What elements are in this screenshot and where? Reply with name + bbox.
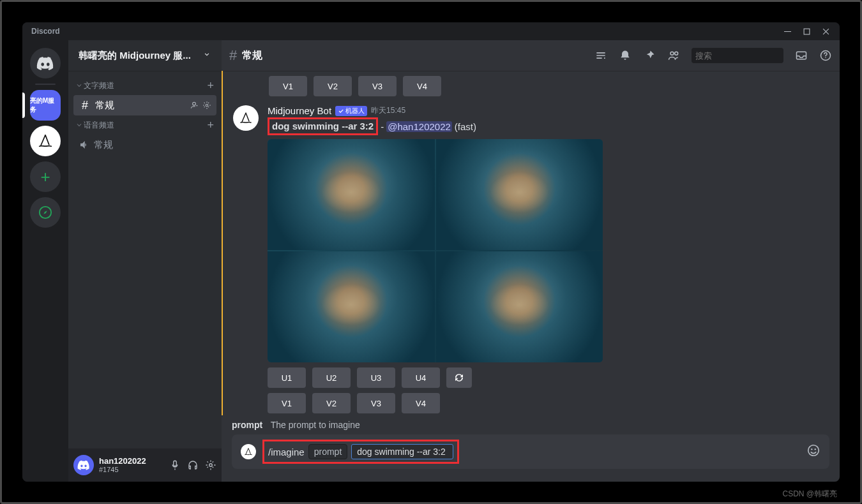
param-pill: prompt (308, 444, 348, 459)
server-rail: 亮的M服务 + (22, 40, 68, 482)
server-icon-midjourney[interactable] (30, 126, 61, 156)
v4-button[interactable]: V4 (402, 393, 440, 413)
u4-button[interactable]: U4 (402, 367, 440, 388)
threads-icon[interactable] (594, 49, 607, 62)
message-list[interactable]: V1 V2 V3 V4 Midjourney Bot 机器人 昨天15:45 d… (222, 71, 840, 415)
server-header[interactable]: 韩曙亮的 Midjourney 服... (68, 40, 222, 71)
chevron-down-icon (202, 50, 211, 61)
v1-button[interactable]: V1 (268, 393, 306, 413)
refresh-icon (453, 372, 465, 383)
slash-command: /imagine (268, 447, 305, 457)
image-cell-4 (436, 251, 603, 362)
inbox-icon[interactable] (795, 49, 808, 62)
hash-icon: # (229, 47, 237, 64)
prompt-input[interactable]: dog swimming --ar 3:2 (351, 444, 453, 459)
image-cell-3 (268, 251, 435, 362)
add-channel-button[interactable]: + (207, 80, 214, 91)
reroll-button[interactable] (446, 367, 472, 388)
discord-home-button[interactable] (30, 48, 61, 78)
explore-servers-button[interactable] (30, 197, 61, 228)
u2-button[interactable]: U2 (312, 367, 351, 388)
member-list-icon[interactable] (667, 49, 680, 62)
smiley-icon (806, 443, 820, 457)
discord-logo-icon (36, 54, 54, 72)
server-name: 韩曙亮的 Midjourney 服... (79, 50, 202, 62)
check-icon (338, 108, 344, 114)
prompt-line: dog swimming --ar 3:2 - @han1202022 (fas… (268, 117, 829, 135)
chevron-down-icon (76, 82, 82, 89)
svg-point-8 (811, 448, 812, 450)
rail-separator (35, 84, 56, 85)
category-voice[interactable]: 语音频道 + (73, 115, 216, 135)
command-app-avatar (241, 444, 256, 459)
titlebar: Discord (22, 22, 840, 40)
discord-window: { "titlebar": { "app_name": "Discord" },… (22, 22, 840, 482)
timestamp: 昨天15:45 (371, 105, 405, 116)
u3-button[interactable]: U3 (357, 367, 395, 388)
watermark: CSDN @韩曙亮 (782, 489, 837, 500)
midjourney-sail-icon (36, 132, 54, 150)
svg-rect-5 (797, 52, 806, 59)
variation-buttons-prev: V1 V2 V3 V4 (223, 76, 829, 96)
pinned-messages-icon[interactable] (643, 49, 656, 62)
v2-button[interactable]: V2 (312, 393, 351, 413)
gear-icon[interactable] (202, 101, 211, 110)
deafen-headphones-icon[interactable] (187, 459, 199, 471)
image-cell-1 (268, 139, 435, 250)
close-button[interactable] (817, 24, 835, 38)
v3-button[interactable]: V3 (357, 393, 395, 413)
svg-point-3 (209, 464, 213, 467)
maximize-button[interactable] (798, 24, 815, 38)
channel-title: 常规 (242, 49, 589, 63)
bot-name[interactable]: Midjourney Bot (268, 105, 331, 116)
generated-image-grid[interactable] (268, 139, 603, 362)
svg-rect-0 (804, 29, 810, 34)
invite-icon[interactable] (190, 101, 199, 110)
mention[interactable]: @han1202022 (386, 121, 452, 132)
v2-button[interactable]: V2 (314, 76, 352, 96)
user-panel: han1202022 #1745 (68, 448, 222, 482)
user-avatar[interactable] (73, 455, 94, 475)
window-controls (778, 24, 835, 38)
bot-avatar[interactable] (233, 105, 259, 131)
v3-button[interactable]: V3 (358, 76, 397, 96)
speed-badge: (fast) (455, 121, 476, 132)
search-box[interactable] (692, 48, 783, 63)
param-hint: prompt The prompt to imagine (232, 415, 829, 434)
mute-mic-icon[interactable] (169, 459, 181, 471)
search-input[interactable] (695, 51, 803, 61)
midjourney-sail-icon (243, 447, 253, 457)
notifications-bell-icon[interactable] (619, 49, 631, 62)
channel-item-general-voice[interactable]: 常规 (73, 135, 216, 155)
svg-point-7 (808, 445, 819, 456)
gear-icon[interactable] (205, 459, 216, 471)
add-server-button[interactable]: + (30, 161, 61, 192)
message: Midjourney Bot 机器人 昨天15:45 dog swimming … (223, 100, 829, 415)
server-icon-selected[interactable]: 亮的M服务 (30, 90, 61, 121)
message-composer[interactable]: /imagine prompt dog swimming --ar 3:2 (232, 434, 829, 469)
help-icon[interactable] (819, 49, 832, 62)
category-text[interactable]: 文字频道 + (73, 76, 216, 95)
channel-sidebar: 韩曙亮的 Midjourney 服... 文字频道 + # 常规 语音频道 + … (68, 40, 222, 482)
chevron-down-icon (76, 122, 82, 128)
chat-header: # 常规 (222, 40, 840, 71)
u1-button[interactable]: U1 (268, 367, 306, 388)
bot-badge: 机器人 (335, 106, 367, 116)
channel-item-general-text[interactable]: # 常规 (73, 95, 216, 115)
command-highlight-box: /imagine prompt dog swimming --ar 3:2 (262, 440, 459, 464)
svg-point-2 (206, 104, 208, 107)
emoji-picker-button[interactable] (806, 443, 820, 460)
variation-buttons: V1 V2 V3 V4 (268, 393, 829, 413)
image-cell-2 (436, 139, 603, 250)
prompt-highlight-box: dog swimming --ar 3:2 (268, 117, 378, 135)
minimize-button[interactable] (778, 24, 796, 38)
add-channel-button[interactable]: + (207, 119, 214, 131)
midjourney-sail-icon (238, 110, 253, 126)
app-title: Discord (27, 27, 60, 36)
upscale-buttons: U1 U2 U3 U4 (268, 367, 829, 388)
compass-icon (38, 205, 52, 219)
v1-button[interactable]: V1 (269, 76, 307, 96)
v4-button[interactable]: V4 (403, 76, 441, 96)
user-info[interactable]: han1202022 #1745 (99, 456, 164, 475)
channel-list: 文字频道 + # 常规 语音频道 + 常规 (68, 71, 222, 448)
